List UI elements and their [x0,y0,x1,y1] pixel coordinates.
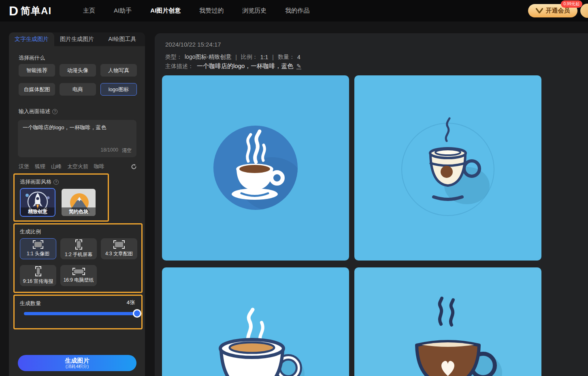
style-card-minimal[interactable]: 简约色块 [61,188,96,217]
vip-button-label: 开通会员 [546,7,570,15]
style-section-label: 选择画面风格 ? [20,178,59,186]
result-image-2[interactable] [354,75,541,261]
vip-area: 开通会员 0.99元起 [528,4,577,17]
vip-v-icon [536,8,543,13]
count-value: 4 [297,54,300,60]
what-option-smart[interactable]: 智能推荐 [19,64,55,77]
tag-rocket[interactable]: 太空火箭 [67,163,88,170]
crop-article-icon [113,240,125,249]
results-panel: 2024/10/22 15:24:17 类型： logo图标-精致创意 | 比例… [155,33,588,376]
quantity-label-text: 生成数量 [20,300,41,307]
what-option-anime-avatar[interactable]: 动漫头像 [60,64,96,77]
app-logo[interactable]: D 简单AI [9,4,51,17]
ratio-name: 1:1 头像图 [27,250,49,257]
meta-separator: | [234,54,239,60]
ratio-option-9-16[interactable]: 9:16 宣传海报 [20,265,56,286]
coffee-logo-image-4 [354,267,541,376]
tab-ai-draw-tools[interactable]: AI绘图工具 [100,32,145,46]
generation-meta: 类型： logo图标-精致创意 | 比例： 1:1 | 数量： 4 [165,53,300,61]
style-section-highlight: 选择画面风格 ? 精致创意 [13,173,109,222]
sidebar-tabs: 文字生成图片 图片生成图片 AI绘图工具 [9,32,145,46]
ratio-option-16-9[interactable]: 16:9 电脑壁纸 [60,265,97,286]
main-nav: 主页 AI助手 AI图片创意 我赞过的 浏览历史 我的作品 [83,7,309,15]
what-option-ecommerce[interactable]: 电商 [60,83,96,96]
tag-coffee[interactable]: 咖啡 [94,163,104,170]
quantity-section-highlight: 生成数量 4张 [13,295,143,329]
tab-image-to-image[interactable]: 图片生成图片 [54,32,100,46]
crop-poster-icon [35,266,41,276]
tag-fox[interactable]: 狐狸 [35,163,45,170]
quantity-label: 生成数量 [20,300,41,307]
ratio-section-highlight: 生成比例 1:1 头像图 1:2 手机屏幕 4:3 文章配图 9:16 宣传海报… [13,223,143,293]
generate-button[interactable]: 生成图片 (消耗4积分) [18,355,136,371]
tag-burger[interactable]: 汉堡 [19,163,29,170]
crop-square-icon [33,240,43,249]
prompt-section-label: 输入画面描述 ? [19,108,58,115]
char-counter: 18/1000 [101,147,118,154]
result-image-4[interactable] [354,267,541,376]
what-options: 智能推荐 动漫头像 人物写真 自媒体配图 电商 logo图标 [19,64,137,96]
quantity-slider[interactable] [24,312,137,315]
nav-item-my-works[interactable]: 我的作品 [285,7,309,15]
type-label: 类型： [165,53,182,61]
top-navbar: D 简单AI 主页 AI助手 AI图片创意 我赞过的 浏览历史 我的作品 开通会… [0,0,588,21]
ratio-option-4-3[interactable]: 4:3 文章配图 [101,238,137,259]
style-name: 精致创意 [21,207,55,216]
style-name: 简约色块 [62,207,96,216]
slider-thumb[interactable] [133,309,141,318]
subject-description: 主体描述： 一个咖啡店的logo，一杯咖啡，蓝色 ✎ [165,62,301,70]
count-label: 数量： [278,53,295,61]
nav-item-ai-image[interactable]: AI图片创意 [150,7,181,15]
description-label: 主体描述： [165,63,194,70]
ratio-label: 比例： [241,53,258,61]
crop-wallpaper-icon [72,268,85,275]
logo-text: 简单AI [21,4,51,17]
style-label-text: 选择画面风格 [20,178,51,186]
refresh-tags-icon[interactable] [131,164,137,170]
ratio-option-1-1[interactable]: 1:1 头像图 [20,238,56,259]
what-option-media-art[interactable]: 自媒体配图 [19,83,55,96]
generate-cost-label: (消耗4积分) [66,364,89,369]
ratio-name: 9:16 宣传海报 [23,278,53,285]
coffee-logo-image-1 [162,75,349,261]
nav-item-ai-assistant[interactable]: AI助手 [114,7,132,15]
what-option-portrait[interactable]: 人物写真 [100,64,137,77]
edit-description-icon[interactable]: ✎ [296,63,301,69]
quantity-value: 4张 [127,299,135,306]
ratio-name: 16:9 电脑壁纸 [64,277,94,284]
type-value: logo图标-精致创意 [185,53,231,61]
vip-button[interactable]: 开通会员 0.99元起 [528,4,577,17]
nav-item-home[interactable]: 主页 [83,7,95,15]
ratio-value: 1:1 [260,54,268,60]
style-card-exquisite[interactable]: 精致创意 [20,188,55,217]
crop-phone-icon [75,239,82,250]
sidebar-panel: 选择画什么 智能推荐 动漫头像 人物写真 自媒体配图 电商 logo图标 输入画… [9,46,145,376]
what-label-text: 选择画什么 [19,54,45,62]
result-image-1[interactable] [162,75,349,261]
style-cards: 精致创意 简约色块 [20,188,96,217]
generate-label: 生成图片 [65,357,89,364]
nav-item-history[interactable]: 浏览历史 [242,7,266,15]
ratio-name: 4:3 文章配图 [105,250,133,257]
description-value: 一个咖啡店的logo，一杯咖啡，蓝色 [197,62,293,70]
ratio-section-label: 生成比例 [20,228,41,235]
prompt-input-box[interactable]: 一个咖啡店的logo，一杯咖啡，蓝色 18/1000 清空 [18,120,136,157]
ratio-option-1-2[interactable]: 1:2 手机屏幕 [60,238,97,259]
generation-timestamp: 2024/10/22 15:24:17 [165,41,221,48]
what-option-logo[interactable]: logo图标 [100,83,137,96]
tag-mountain[interactable]: 山峰 [51,163,62,170]
ratio-options: 1:1 头像图 1:2 手机屏幕 4:3 文章配图 9:16 宣传海报 16:9… [20,238,137,286]
nav-item-liked[interactable]: 我赞过的 [199,7,224,15]
meta-separator: | [271,54,275,60]
logo-d-icon: D [9,4,18,17]
prompt-textarea[interactable]: 一个咖啡店的logo，一杯咖啡，蓝色 [23,124,132,144]
help-icon[interactable]: ? [52,109,58,114]
tab-text-to-image[interactable]: 文字生成图片 [9,32,54,46]
prompt-label-text: 输入画面描述 [19,108,50,115]
prompt-meta: 18/1000 清空 [101,147,132,154]
result-image-3[interactable] [162,267,349,376]
coffee-logo-image-2 [354,75,541,261]
help-icon[interactable]: ? [53,179,59,185]
ratio-label-text: 生成比例 [20,228,41,235]
clear-button[interactable]: 清空 [122,147,132,154]
